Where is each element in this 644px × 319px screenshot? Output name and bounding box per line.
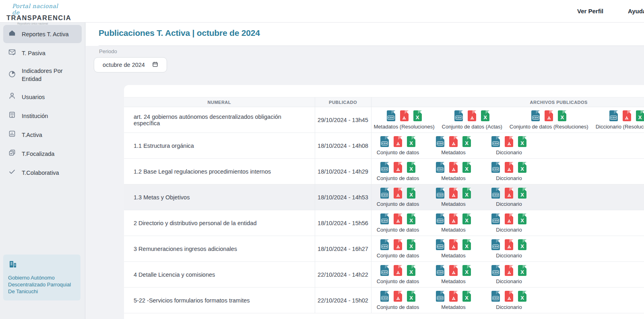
pdf-file-icon[interactable] [505, 291, 513, 302]
xls-file-icon[interactable]: X [407, 162, 415, 173]
calendar-icon[interactable] [152, 61, 158, 68]
building-grid-icon [8, 111, 16, 121]
csv-file-icon[interactable]: CSV [491, 239, 500, 250]
csv-file-icon[interactable]: CSV [380, 136, 389, 147]
help-link[interactable]: Ayuda [628, 8, 644, 14]
csv-file-icon[interactable]: CSV [491, 162, 500, 173]
pdf-file-icon[interactable] [394, 136, 402, 147]
xls-file-icon[interactable]: X [407, 188, 415, 199]
period-month-picker[interactable]: octubre de 2024 [94, 57, 167, 72]
csv-file-icon[interactable]: CSV [380, 162, 389, 173]
xls-file-icon[interactable]: X [462, 239, 471, 250]
file-group-label: Metadatos [441, 227, 466, 233]
pdf-file-icon[interactable] [400, 110, 409, 121]
pdf-file-icon[interactable] [623, 110, 631, 121]
xls-file-icon[interactable]: X [462, 265, 471, 276]
pdf-file-icon[interactable] [394, 291, 402, 302]
xls-file-icon[interactable]: X [518, 136, 526, 147]
csv-file-icon[interactable]: CSV [436, 136, 444, 147]
csv-file-icon[interactable]: CSV [454, 110, 463, 121]
csv-file-icon[interactable]: CSV [436, 239, 444, 250]
pdf-file-icon[interactable] [449, 188, 458, 199]
pdf-file-icon[interactable] [505, 188, 513, 199]
sidebar-item-institucion[interactable]: Institución [3, 107, 82, 125]
sidebar-item-usuarios[interactable]: Usuarios [3, 88, 82, 106]
xls-file-icon[interactable]: X [518, 265, 526, 276]
xls-file-icon[interactable]: X [518, 213, 526, 224]
csv-file-icon[interactable]: CSV [609, 110, 618, 121]
file-groups: CSVXConjunto de datosCSVXMetadatosCSVXDi… [373, 265, 644, 284]
file-icon-row: CSVX [531, 110, 566, 121]
csv-file-icon[interactable]: CSV [380, 213, 389, 224]
pdf-file-icon[interactable] [505, 239, 513, 250]
pdf-file-icon[interactable] [505, 265, 513, 276]
xls-file-icon[interactable]: X [518, 162, 526, 173]
csv-file-icon[interactable]: CSV [380, 291, 389, 302]
column-header-numeral: NUMERAL [124, 97, 315, 107]
xls-file-icon[interactable]: X [407, 239, 415, 250]
pdf-file-icon[interactable] [449, 136, 458, 147]
pdf-file-icon[interactable] [505, 213, 513, 224]
csv-file-icon[interactable]: CSV [380, 188, 389, 199]
csv-file-icon[interactable]: CSV [387, 110, 395, 121]
csv-file-icon[interactable]: CSV [436, 188, 444, 199]
xls-file-icon[interactable]: X [518, 239, 526, 250]
csv-file-icon[interactable]: CSV [491, 265, 500, 276]
publications-panel: NUMERAL PUBLICADO ARCHIVOS PUBLICADOS ar… [124, 85, 644, 319]
pdf-file-icon[interactable] [449, 239, 458, 250]
pdf-file-icon[interactable] [394, 239, 402, 250]
file-icon-row: CSVX [491, 265, 526, 276]
file-group-label: Metadatos [441, 175, 466, 181]
csv-file-icon[interactable]: CSV [380, 265, 389, 276]
pdf-file-icon[interactable] [394, 188, 402, 199]
pdf-file-icon[interactable] [545, 110, 553, 121]
xls-file-icon[interactable]: X [518, 188, 526, 199]
sidebar-nav: Reportes T. Activa T. Pasiva Indicadores… [0, 23, 85, 182]
pdf-file-icon[interactable] [468, 110, 476, 121]
csv-file-icon[interactable]: CSV [491, 136, 500, 147]
csv-file-icon[interactable]: CSV [436, 291, 444, 302]
sidebar-item-t-activa[interactable]: T.Activa [3, 126, 82, 144]
pdf-file-icon[interactable] [394, 213, 402, 224]
sidebar-item-reportes-t-activa[interactable]: Reportes T. Activa [3, 25, 82, 43]
xls-file-icon[interactable]: X [481, 110, 489, 121]
csv-file-icon[interactable]: CSV [531, 110, 540, 121]
xls-file-icon[interactable]: X [636, 110, 644, 121]
csv-file-icon[interactable]: CSV [436, 213, 444, 224]
xls-file-icon[interactable]: X [462, 188, 471, 199]
sidebar-item-t-pasiva[interactable]: T. Pasiva [3, 44, 82, 62]
xls-file-icon[interactable]: X [407, 265, 415, 276]
pdf-file-icon[interactable] [394, 162, 402, 173]
xls-file-icon[interactable]: X [518, 291, 526, 302]
xls-file-icon[interactable]: X [558, 110, 566, 121]
xls-file-icon[interactable]: X [462, 213, 471, 224]
csv-file-icon[interactable]: CSV [491, 188, 500, 199]
csv-file-icon[interactable]: CSV [436, 162, 444, 173]
csv-file-icon[interactable]: CSV [436, 265, 444, 276]
file-groups: CSVXConjunto de datosCSVXMetadatosCSVXDi… [373, 213, 644, 233]
xls-file-icon[interactable]: X [462, 162, 471, 173]
csv-file-icon[interactable]: CSV [491, 291, 500, 302]
sidebar-item-t-colaborativa[interactable]: T.Colaborativa [3, 164, 82, 182]
xls-file-icon[interactable]: X [462, 136, 471, 147]
sidebar-item-indicadores-por-entidad[interactable]: Indicadores Por Entidad [3, 63, 82, 87]
pdf-file-icon[interactable] [449, 291, 458, 302]
csv-file-icon[interactable]: CSV [380, 239, 389, 250]
file-icon-row: CSVX [491, 291, 526, 302]
file-groups: CSVXConjunto de datosCSVXMetadatosCSVXDi… [373, 188, 644, 207]
pdf-file-icon[interactable] [505, 136, 513, 147]
pdf-file-icon[interactable] [449, 162, 458, 173]
pdf-file-icon[interactable] [449, 265, 458, 276]
pdf-file-icon[interactable] [449, 213, 458, 224]
xls-file-icon[interactable]: X [407, 136, 415, 147]
csv-file-icon[interactable]: CSV [491, 213, 500, 224]
file-group-label: Conjunto de datos [377, 201, 419, 207]
xls-file-icon[interactable]: X [407, 291, 415, 302]
pdf-file-icon[interactable] [505, 162, 513, 173]
view-profile-link[interactable]: Ver Perfil [577, 8, 603, 14]
xls-file-icon[interactable]: X [413, 110, 422, 121]
pdf-file-icon[interactable] [394, 265, 402, 276]
sidebar-item-t-focalizada[interactable]: T.Focalizada [3, 145, 82, 163]
xls-file-icon[interactable]: X [462, 291, 471, 302]
xls-file-icon[interactable]: X [407, 213, 415, 224]
